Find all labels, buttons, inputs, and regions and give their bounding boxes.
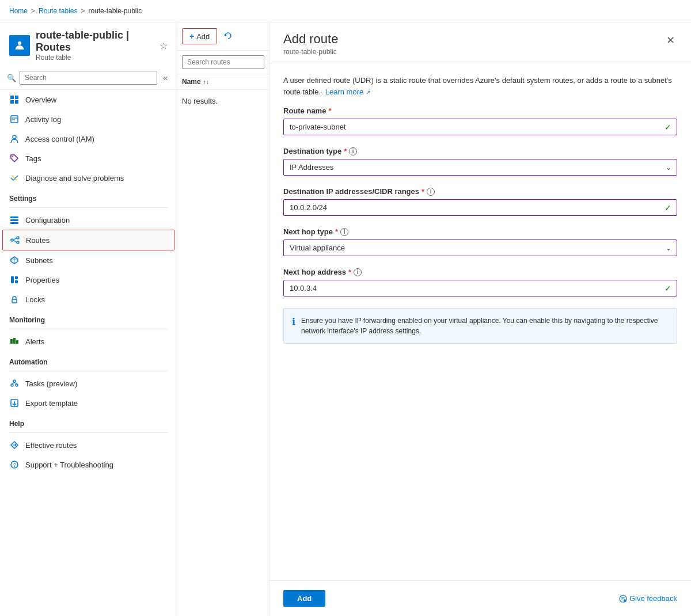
external-link-icon: ↗	[366, 89, 370, 96]
route-name-label: Route name *	[283, 107, 677, 115]
destination-ip-label: Destination IP addresses/CIDR ranges * i	[283, 187, 677, 196]
close-button[interactable]: ✕	[664, 32, 677, 49]
svg-rect-11	[10, 219, 18, 221]
sidebar-item-alerts[interactable]: Alerts	[0, 332, 177, 351]
give-feedback-link[interactable]: Give feedback	[619, 594, 677, 603]
center-toolbar: + Add	[177, 22, 269, 51]
route-name-required: *	[328, 107, 331, 115]
breadcrumb-sep1: >	[31, 7, 35, 15]
svg-rect-25	[10, 339, 13, 344]
sidebar-diagnose-label: Diagnose and solve problems	[25, 174, 124, 182]
sidebar-item-configuration[interactable]: Configuration	[0, 210, 177, 230]
svg-rect-21	[11, 276, 14, 283]
section-monitoring: Monitoring	[0, 309, 177, 326]
properties-icon	[9, 275, 20, 285]
info-box: ℹ Ensure you have IP forwarding enabled …	[283, 308, 677, 344]
add-route-panel: Add route route-table-public ✕ A user de…	[269, 22, 691, 616]
destination-type-select[interactable]: IP Addresses Service Tag Internet	[283, 159, 677, 176]
settings-divider	[9, 207, 168, 208]
plus-icon: +	[189, 32, 194, 41]
destination-type-required: *	[344, 147, 347, 155]
svg-point-30	[16, 384, 18, 386]
svg-point-9	[12, 156, 13, 157]
sidebar-item-routes[interactable]: Routes	[2, 230, 174, 250]
svg-rect-12	[10, 222, 18, 224]
breadcrumb-current: route-table-public	[88, 7, 142, 15]
svg-line-17	[13, 240, 17, 242]
route-name-input[interactable]	[283, 119, 677, 135]
destination-ip-input[interactable]	[283, 199, 677, 216]
locks-icon	[9, 294, 20, 305]
panel-add-button[interactable]: Add	[283, 590, 325, 607]
svg-text:?: ?	[13, 462, 16, 468]
sidebar-header: route-table-public | Routes Route table …	[0, 22, 177, 66]
next-hop-type-info-icon[interactable]: i	[340, 228, 348, 236]
sidebar-item-activity-log[interactable]: Activity log	[0, 109, 177, 129]
sidebar-config-label: Configuration	[25, 216, 70, 225]
svg-point-8	[13, 135, 16, 139]
config-icon	[9, 215, 20, 225]
effective-routes-icon	[9, 440, 20, 450]
destination-ip-info-icon[interactable]: i	[427, 188, 435, 196]
sidebar-activity-log-label: Activity log	[25, 115, 61, 124]
sort-icon[interactable]: ↑↓	[203, 79, 209, 85]
sidebar-item-export-template[interactable]: Give feedback Export template	[0, 393, 177, 413]
next-hop-address-required: *	[348, 268, 351, 276]
svg-rect-5	[11, 116, 18, 123]
route-name-group: Route name * ✓	[283, 107, 677, 135]
sidebar-item-tasks[interactable]: Tasks (preview)	[0, 374, 177, 393]
sidebar-item-tags[interactable]: Tags	[0, 149, 177, 168]
refresh-button[interactable]	[222, 29, 234, 44]
export-icon	[9, 398, 20, 408]
next-hop-address-input[interactable]	[283, 280, 677, 296]
activity-icon	[9, 114, 20, 124]
sidebar-item-support[interactable]: ? Support + Troubleshooting	[0, 455, 177, 474]
panel-title: Add route	[283, 32, 338, 47]
sidebar-tags-label: Tags	[25, 154, 41, 163]
section-settings: Settings	[0, 188, 177, 205]
sidebar-item-locks[interactable]: Locks	[0, 290, 177, 309]
next-hop-type-select[interactable]: Virtual appliance Virtual network gatewa…	[283, 239, 677, 256]
breadcrumb-route-tables[interactable]: Route tables	[39, 7, 77, 15]
next-hop-address-info-icon[interactable]: i	[354, 268, 362, 276]
svg-line-16	[13, 238, 17, 240]
destination-ip-group: Destination IP addresses/CIDR ranges * i…	[283, 187, 677, 216]
destination-type-group: Destination type * i IP Addresses Servic…	[283, 147, 677, 176]
add-button[interactable]: + Add	[182, 28, 217, 44]
sidebar-effective-routes-label: Effective routes	[25, 441, 77, 450]
breadcrumb-home[interactable]: Home	[9, 7, 28, 15]
sidebar-item-subnets[interactable]: Subnets	[0, 250, 177, 270]
next-hop-type-input-wrap: Virtual appliance Virtual network gatewa…	[283, 239, 677, 256]
sidebar-subtitle: Route table	[36, 54, 154, 62]
next-hop-address-group: Next hop address * i ✓	[283, 268, 677, 296]
learn-more-link[interactable]: Learn more	[325, 88, 363, 96]
sidebar-title-wrap: route-table-public | Routes Route table	[36, 29, 154, 62]
sidebar-item-diagnose[interactable]: Diagnose and solve problems	[0, 168, 177, 188]
sidebar-item-properties[interactable]: Properties	[0, 270, 177, 290]
sidebar-search-wrap: 🔍 «	[0, 66, 177, 90]
panel-title-wrap: Add route route-table-public	[283, 32, 338, 56]
panel-body: A user defined route (UDR) is a static r…	[269, 63, 691, 580]
sidebar-item-effective-routes[interactable]: Effective routes	[0, 435, 177, 455]
sidebar-item-overview[interactable]: Overview	[0, 90, 177, 109]
svg-rect-26	[13, 338, 16, 344]
sidebar-item-iam[interactable]: Access control (IAM)	[0, 129, 177, 149]
collapse-button[interactable]: «	[161, 72, 170, 83]
route-name-valid-icon: ✓	[665, 123, 671, 132]
svg-line-43	[625, 601, 627, 602]
search-routes-input[interactable]	[182, 55, 264, 69]
destination-type-input-wrap: IP Addresses Service Tag Internet ⌄	[283, 159, 677, 176]
svg-point-14	[17, 237, 19, 239]
subnets-icon	[9, 255, 20, 265]
svg-rect-4	[15, 100, 18, 104]
panel-subtitle: route-table-public	[283, 48, 338, 56]
next-hop-type-required: *	[335, 227, 338, 236]
monitoring-divider	[9, 329, 168, 329]
search-input[interactable]	[20, 71, 157, 85]
favorite-star-icon[interactable]: ☆	[160, 40, 168, 51]
search-icon: 🔍	[7, 74, 16, 82]
next-hop-address-valid-icon: ✓	[665, 284, 671, 293]
sidebar-title: route-table-public | Routes	[36, 29, 154, 54]
iam-icon	[9, 134, 20, 144]
destination-type-info-icon[interactable]: i	[349, 147, 357, 155]
